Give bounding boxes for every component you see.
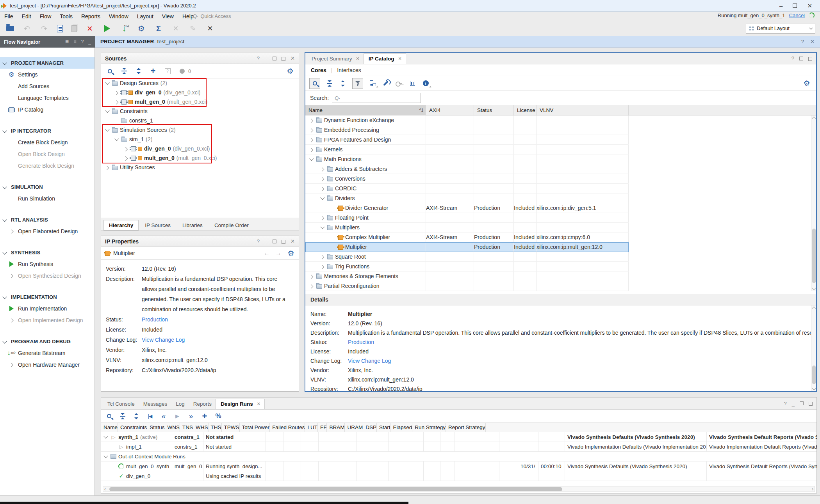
maximize-icon[interactable] — [273, 57, 276, 60]
catalog-row[interactable]: Memories & Storage Elements — [305, 272, 629, 281]
tree-row[interactable]: div_gen_0 (div_gen_0.xci) — [101, 88, 299, 97]
column-header[interactable]: Constraints — [118, 423, 147, 432]
tree-row[interactable]: mult_gen_0 (mult_gen_0.xci) — [101, 153, 299, 163]
flow-navigator-item[interactable]: Create Block Design — [0, 137, 94, 148]
minimize-button[interactable]: – — [779, 3, 783, 9]
customize-ip-icon[interactable] — [382, 80, 390, 87]
property-value[interactable]: xilinx.com:ip:mult_gen:12.0 — [142, 355, 208, 365]
column-header-axi4[interactable]: AXI4 — [426, 105, 474, 115]
run-icon[interactable] — [173, 412, 181, 420]
menu-item[interactable]: Flow — [36, 12, 56, 20]
toolbar-icon[interactable] — [71, 25, 77, 32]
expander-icon[interactable] — [104, 108, 110, 114]
first-run-icon[interactable] — [146, 412, 154, 420]
catalog-scrollbar[interactable] — [811, 115, 816, 291]
column-header-vlnv[interactable]: VLNV — [537, 105, 629, 115]
minimize-icon[interactable]: _ — [265, 55, 267, 61]
column-header[interactable]: Total Power — [240, 423, 270, 432]
expander-icon[interactable] — [123, 146, 129, 152]
tree-row[interactable]: mult_gen_0 (mult_gen_0.xci) — [101, 97, 299, 106]
flow-navigator-item[interactable]: Add Sources — [0, 80, 94, 92]
flow-navigator-item[interactable]: IMPLEMENTATION — [0, 291, 94, 303]
collapse-all-icon[interactable] — [120, 67, 128, 75]
help-icon[interactable]: ? — [81, 39, 84, 44]
search-icon[interactable] — [106, 67, 114, 75]
detail-value[interactable]: C:/Xilinx/Vivado/2020.2/data/ip — [348, 384, 422, 391]
expander-icon[interactable] — [114, 99, 119, 105]
expander-icon[interactable] — [104, 165, 110, 170]
float-icon[interactable] — [282, 57, 285, 61]
tree-row[interactable]: sim_1 (2) — [101, 135, 299, 144]
column-header[interactable]: Start — [377, 423, 391, 432]
bottom-tab[interactable]: Log — [171, 399, 189, 409]
catalog-row[interactable]: Embedded Processing — [305, 125, 629, 135]
catalog-row[interactable]: Trig Functions — [305, 262, 629, 272]
expander-icon[interactable] — [111, 444, 116, 450]
flow-navigator-item[interactable]: Open Synthesized Design — [0, 270, 94, 282]
search-icon[interactable] — [105, 412, 113, 420]
toolbar-icon[interactable] — [86, 24, 94, 33]
flow-navigator-item[interactable]: Open Elaborated Design — [0, 225, 94, 237]
resources-icon[interactable] — [214, 412, 222, 420]
flow-navigator-item[interactable]: IP INTEGRATOR — [0, 125, 94, 137]
menu-item[interactable]: Layout — [133, 12, 158, 20]
expander-icon[interactable] — [308, 156, 314, 162]
expander-icon[interactable] — [111, 473, 116, 479]
scroll-up-icon[interactable] — [812, 307, 816, 311]
toolbar-icon[interactable] — [206, 24, 214, 33]
expander-icon[interactable] — [330, 244, 336, 250]
expander-icon[interactable] — [104, 80, 110, 86]
column-header[interactable]: LUT — [305, 423, 318, 432]
previous-run-icon[interactable] — [160, 412, 168, 420]
collapse-all-icon[interactable]: ≣ — [65, 39, 69, 44]
sources-panel-titlebar[interactable]: Sources ? _ ✕ — [101, 53, 299, 64]
detail-value[interactable]: View Change Log — [348, 356, 391, 366]
column-header[interactable]: URAM — [345, 423, 363, 432]
messages-badge-icon[interactable] — [178, 67, 186, 75]
property-value[interactable]: 12.0 (Rev. 16) — [142, 264, 176, 274]
toolbar-icon[interactable] — [57, 25, 63, 32]
catalog-row[interactable]: Square Root — [305, 252, 629, 262]
column-header[interactable]: WHS — [193, 423, 209, 432]
expander-icon[interactable] — [308, 117, 314, 123]
expander-icon[interactable] — [103, 434, 109, 440]
sources-view-tab[interactable]: IP Sources — [139, 220, 176, 231]
run-row[interactable]: impl_1 constrs_1 Not started — [101, 442, 816, 452]
expander-icon[interactable] — [319, 176, 325, 182]
sources-view-tab[interactable]: Hierarchy — [103, 220, 139, 231]
scroll-left-icon[interactable]: ‹ — [104, 486, 106, 492]
close-icon[interactable]: ✕ — [398, 56, 402, 61]
help-icon[interactable]: ? — [801, 39, 804, 44]
detail-value[interactable]: Multiplier — [348, 309, 372, 319]
column-header[interactable]: Report Strategy — [446, 423, 486, 432]
help-icon[interactable]: ? — [257, 238, 260, 244]
expander-icon[interactable] — [319, 225, 325, 231]
column-header[interactable]: TPWS — [222, 423, 240, 432]
flow-navigator-item[interactable]: SIMULATION — [0, 181, 94, 193]
scrollbar-thumb[interactable] — [812, 366, 816, 384]
expander-icon[interactable] — [319, 254, 325, 260]
back-arrow-icon[interactable]: ← — [264, 250, 270, 257]
flow-navigator-item[interactable]: PROGRAM AND DEBUG — [0, 335, 94, 347]
catalog-row[interactable]: Complex Multiplier AXI4-Stream Productio… — [305, 232, 629, 242]
run-row[interactable]: div_gen_0 Using cached IP results — [101, 471, 816, 481]
scroll-down-icon[interactable] — [812, 387, 816, 390]
quick-access-search[interactable]: Q· Quick Access — [192, 12, 244, 20]
flow-navigator-item[interactable]: Generate Block Design — [0, 160, 94, 172]
catalog-row[interactable]: Floating Point — [305, 213, 629, 223]
flow-navigator-item[interactable]: Run Implementation — [0, 303, 94, 314]
forward-arrow-icon[interactable]: → — [275, 250, 282, 257]
minimize-icon[interactable]: _ — [265, 238, 267, 244]
ip-properties-titlebar[interactable]: IP Properties ? _ ✕ — [101, 236, 299, 247]
search-icon[interactable] — [309, 78, 320, 89]
menu-item[interactable]: Window — [105, 12, 133, 20]
ip-settings-icon[interactable] — [408, 80, 416, 87]
column-header[interactable]: Elapsed — [390, 423, 412, 432]
expander-icon[interactable] — [114, 137, 119, 142]
flow-navigator-item[interactable]: Open Implemented Design — [0, 314, 94, 326]
maximize-icon[interactable] — [800, 401, 804, 405]
close-icon[interactable]: ✕ — [810, 39, 815, 44]
property-value[interactable]: View Change Log — [142, 335, 185, 345]
tree-row[interactable]: constrs_1 — [101, 116, 299, 125]
tree-row[interactable]: Constraints — [101, 106, 299, 116]
